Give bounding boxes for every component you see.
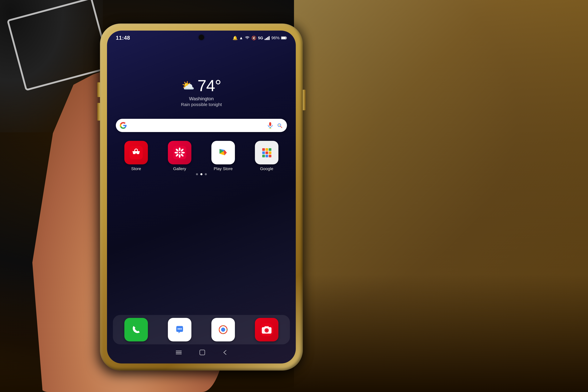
status-time: 11:48: [116, 35, 130, 41]
dock-item-chrome[interactable]: [203, 318, 243, 342]
svg-point-19: [174, 152, 178, 154]
volume-down-button[interactable]: [97, 103, 100, 120]
weather-description: Rain possible tonight: [181, 102, 222, 107]
battery-percentage: 96%: [271, 36, 280, 40]
voice-search-icon[interactable]: [266, 122, 274, 129]
svg-rect-34: [269, 152, 271, 154]
messages-icon: [168, 318, 191, 342]
dock-item-messages[interactable]: [159, 318, 200, 342]
store-icon: [124, 141, 148, 164]
page-dot-1[interactable]: [196, 173, 198, 175]
svg-rect-29: [262, 148, 265, 151]
wifi-icon: [245, 36, 250, 40]
weather-widget: ⛅ 74° Washington Rain possible tonight: [181, 76, 222, 107]
status-icons: 🔔 ▲ 🔇 5G: [233, 36, 287, 40]
dock-item-phone[interactable]: [116, 318, 156, 342]
svg-point-18: [179, 154, 180, 158]
weather-location: Washington: [181, 96, 222, 102]
svg-rect-1: [266, 38, 267, 40]
svg-rect-0: [265, 39, 266, 40]
chrome-icon: [211, 318, 235, 342]
page-dot-3[interactable]: [205, 173, 207, 175]
phone-icon: [124, 318, 148, 342]
nav-bar: [107, 346, 296, 359]
signal-5g-icon: 5G: [258, 36, 263, 40]
playstore-icon: [211, 141, 235, 164]
phone-container: 11:48 🔔 ▲ 🔇 5G: [100, 24, 303, 370]
app-item-playstore[interactable]: Play Store: [203, 141, 243, 171]
svg-point-12: [279, 124, 280, 126]
svg-rect-7: [269, 122, 271, 126]
svg-rect-31: [269, 148, 271, 151]
nav-recent-button[interactable]: [223, 350, 227, 356]
bottom-dock: [113, 315, 290, 344]
weather-icon: ⛅: [182, 80, 194, 92]
google-search-bar[interactable]: [116, 119, 287, 132]
svg-point-26: [179, 152, 180, 153]
notification-icon: 🔔: [233, 36, 238, 40]
app-grid: Store: [113, 141, 290, 171]
mute-icon: 🔇: [251, 36, 256, 40]
svg-rect-37: [269, 155, 271, 157]
svg-rect-57: [176, 354, 182, 354]
battery-icon: [281, 36, 287, 40]
svg-rect-2: [267, 37, 268, 40]
svg-point-17: [179, 148, 180, 151]
svg-point-42: [179, 328, 180, 330]
svg-rect-6: [286, 37, 287, 38]
phone-screen: 11:48 🔔 ▲ 🔇 5G: [107, 30, 296, 364]
front-camera: [199, 35, 204, 40]
svg-rect-56: [176, 352, 182, 353]
svg-rect-32: [262, 152, 265, 154]
svg-line-11: [280, 126, 282, 128]
volume-up-button[interactable]: [97, 82, 100, 97]
svg-rect-35: [262, 155, 265, 157]
weather-temperature: 74°: [197, 76, 221, 95]
app-item-google[interactable]: Google: [246, 141, 287, 171]
svg-rect-30: [265, 148, 268, 151]
svg-rect-5: [281, 37, 286, 39]
alarm-icon: ▲: [239, 36, 243, 40]
camera-icon: [255, 318, 278, 342]
power-button[interactable]: [303, 90, 305, 110]
app-item-store[interactable]: Store: [116, 141, 156, 171]
google-icon: [255, 141, 278, 164]
svg-rect-36: [265, 155, 268, 157]
svg-rect-33: [265, 152, 268, 154]
svg-rect-55: [176, 351, 182, 351]
svg-rect-3: [269, 36, 270, 40]
page-dot-2[interactable]: [200, 173, 202, 175]
svg-point-54: [266, 329, 268, 332]
svg-point-41: [178, 328, 179, 330]
dock-item-camera[interactable]: [246, 318, 287, 342]
playstore-label: Play Store: [214, 166, 233, 171]
signal-bars-icon: [265, 36, 270, 40]
app-item-gallery[interactable]: Gallery: [159, 141, 200, 171]
nav-home-button[interactable]: [199, 350, 205, 356]
svg-rect-58: [200, 350, 205, 355]
nav-back-button[interactable]: [176, 350, 182, 355]
lens-search-icon[interactable]: [276, 122, 283, 129]
gallery-label: Gallery: [173, 166, 186, 171]
store-label: Store: [131, 166, 141, 171]
svg-point-20: [181, 152, 185, 154]
svg-rect-38: [129, 323, 143, 336]
gallery-icon: [168, 141, 191, 164]
page-dots: [196, 173, 207, 175]
google-logo: [119, 122, 127, 129]
svg-point-43: [180, 328, 182, 330]
google-label: Google: [260, 166, 273, 171]
